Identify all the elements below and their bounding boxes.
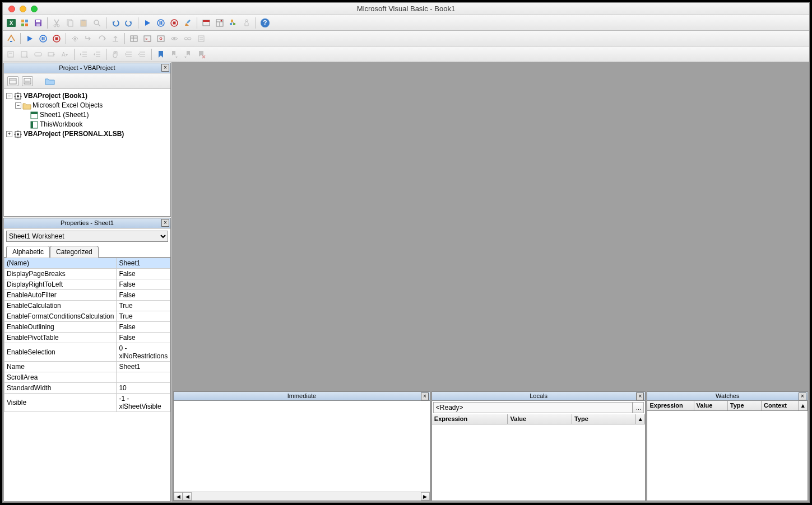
step-out-button[interactable] (109, 32, 122, 45)
property-row[interactable]: StandardWidth10 (4, 383, 170, 394)
insert-module-button[interactable] (18, 17, 31, 29)
toggle-bookmark-button[interactable] (155, 48, 167, 60)
view-object-button[interactable] (22, 76, 33, 86)
watch-window-button[interactable] (155, 32, 167, 45)
property-value[interactable]: -1 - xlSheetVisible (117, 394, 170, 412)
view-excel-button[interactable]: X (5, 17, 17, 29)
scroll-left-button[interactable]: ◀ (183, 492, 192, 501)
stop-button[interactable] (50, 32, 63, 45)
locals-ellipsis-button[interactable]: … (633, 402, 644, 413)
property-value[interactable]: Sheet1 (117, 362, 170, 372)
locals-close-button[interactable]: × (636, 392, 644, 400)
step-over-button[interactable] (96, 32, 108, 45)
tree-item-thisworkbook[interactable]: ThisWorkbook (5, 120, 169, 129)
quick-watch-button[interactable] (168, 32, 180, 45)
property-row[interactable]: EnableOutliningFalse (4, 322, 170, 333)
run-button[interactable] (141, 17, 154, 29)
property-value[interactable]: 10 (117, 383, 170, 394)
pause-button[interactable] (37, 32, 49, 45)
property-value[interactable]: False (117, 290, 170, 301)
call-stack-button[interactable] (182, 32, 194, 45)
copy-button[interactable] (64, 17, 76, 29)
zoom-window-button[interactable] (31, 6, 38, 12)
next-bookmark-button[interactable] (168, 48, 180, 60)
paste-button[interactable] (77, 17, 90, 29)
compile-button[interactable] (5, 32, 17, 45)
comment-button[interactable] (123, 48, 135, 60)
property-row[interactable]: EnableSelection0 - xlNoRestrictions (4, 343, 170, 362)
break-button[interactable] (155, 17, 167, 29)
tree-root-vbaproject[interactable]: − VBAProject (Book1) (5, 91, 169, 101)
object-browser-button[interactable] (227, 17, 239, 29)
project-explorer-button[interactable] (200, 17, 212, 29)
property-value[interactable]: False (117, 333, 170, 343)
property-value[interactable]: Sheet1 (117, 258, 170, 269)
minimize-window-button[interactable] (20, 6, 26, 12)
prev-bookmark-button[interactable] (182, 48, 194, 60)
clear-bookmarks-button[interactable] (195, 48, 207, 60)
locals-header-expression[interactable]: Expression (432, 414, 508, 424)
scroll-up-icon[interactable]: ▴ (799, 401, 808, 410)
cut-button[interactable] (50, 17, 63, 29)
help-button[interactable]: ? (259, 17, 271, 29)
property-value[interactable]: 0 - xlNoRestrictions (117, 343, 170, 362)
locals-window-button[interactable] (128, 32, 140, 45)
watches-header-value[interactable]: Value (694, 401, 728, 410)
close-window-button[interactable] (8, 6, 15, 12)
find-button[interactable] (91, 17, 103, 29)
list-properties-button[interactable] (5, 48, 17, 60)
toggle-folders-button[interactable] (44, 77, 55, 86)
property-row[interactable]: EnableFormatConditionsCalculationTrue (4, 311, 170, 322)
tree-item-sheet1[interactable]: Sheet1 (Sheet1) (5, 110, 169, 120)
scroll-up-icon[interactable]: ▴ (636, 414, 645, 424)
property-row[interactable]: DisplayRightToLeftFalse (4, 279, 170, 290)
tab-alphabetic[interactable]: Alphabetic (6, 246, 50, 258)
uncomment-button[interactable] (136, 48, 149, 60)
property-value[interactable]: False (117, 279, 170, 290)
breakpoint-hand-button[interactable] (109, 48, 122, 60)
toggle-breakpoint-button[interactable] (69, 32, 81, 45)
comment-block-button[interactable] (195, 32, 207, 45)
property-row[interactable]: (Name)Sheet1 (4, 258, 170, 269)
redo-button[interactable] (123, 17, 135, 29)
watches-header-expression[interactable]: Expression (647, 401, 694, 410)
property-row[interactable]: EnablePivotTableFalse (4, 333, 170, 343)
scroll-left-button[interactable]: ◀ (174, 492, 183, 501)
indent-button[interactable] (77, 48, 90, 60)
outdent-button[interactable] (91, 48, 103, 60)
toolbox-button[interactable] (240, 17, 253, 29)
property-row[interactable]: Visible-1 - xlSheetVisible (4, 394, 170, 412)
immediate-window-button[interactable]: >_ (141, 32, 154, 45)
watches-header-context[interactable]: Context (762, 401, 799, 410)
project-panel-close-button[interactable]: × (161, 64, 169, 72)
list-constants-button[interactable] (18, 48, 31, 60)
property-value[interactable]: False (117, 269, 170, 279)
watches-close-button[interactable]: × (799, 392, 806, 400)
quick-info-button[interactable] (32, 48, 44, 60)
property-row[interactable]: EnableAutoFilterFalse (4, 290, 170, 301)
immediate-close-button[interactable]: × (421, 392, 429, 400)
properties-object-select[interactable]: Sheet1 Worksheet (6, 231, 168, 242)
tab-categorized[interactable]: Categorized (50, 246, 99, 258)
watches-body[interactable] (647, 411, 808, 501)
properties-panel-close-button[interactable]: × (161, 219, 169, 227)
design-mode-button[interactable] (182, 17, 194, 29)
undo-button[interactable] (109, 17, 122, 29)
reset-button[interactable] (168, 17, 180, 29)
immediate-scrollbar[interactable]: ◀ ◀ ▶ (174, 492, 430, 501)
property-value[interactable]: False (117, 322, 170, 333)
property-value[interactable]: True (117, 311, 170, 322)
run-sub-button[interactable] (24, 32, 36, 45)
locals-header-type[interactable]: Type (572, 414, 637, 424)
project-tree[interactable]: − VBAProject (Book1) − Microsoft Excel O… (4, 89, 170, 216)
scroll-right-button[interactable]: ▶ (421, 492, 430, 501)
tree-root-personal[interactable]: + VBAProject (PERSONAL.XLSB) (5, 129, 169, 139)
property-row[interactable]: EnableCalculationTrue (4, 301, 170, 311)
property-row[interactable]: NameSheet1 (4, 362, 170, 372)
property-row[interactable]: DisplayPageBreaksFalse (4, 269, 170, 279)
parameter-info-button[interactable] (45, 48, 58, 60)
locals-header-value[interactable]: Value (508, 414, 572, 424)
watches-header-type[interactable]: Type (728, 401, 762, 410)
step-into-button[interactable] (82, 32, 95, 45)
complete-word-button[interactable]: A (59, 48, 71, 60)
